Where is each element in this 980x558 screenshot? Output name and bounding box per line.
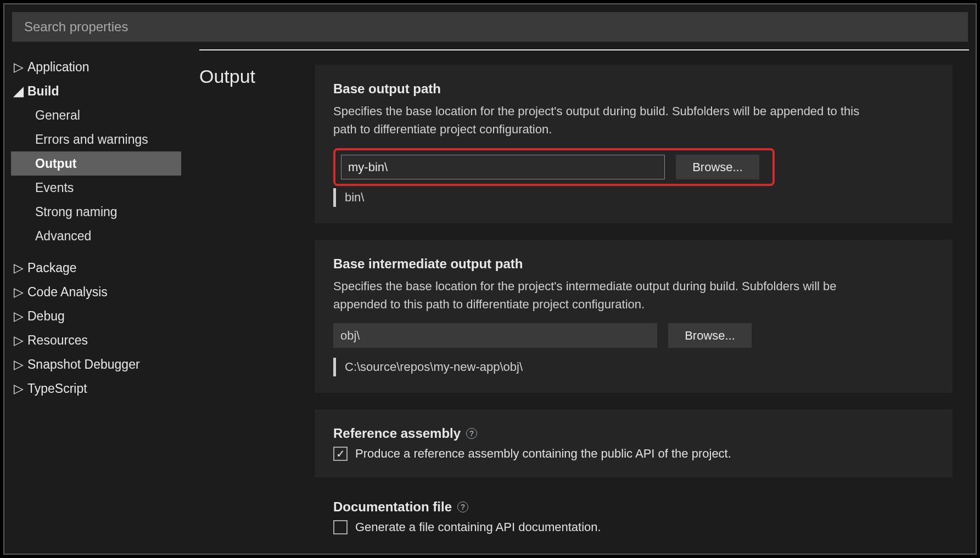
chevron-right-icon: ▷: [13, 60, 24, 75]
main-panel: Output Base output path Specifies the ba…: [199, 49, 969, 554]
checkbox-row: ✓ Produce a reference assembly containin…: [333, 447, 934, 461]
sidebar-item-label: Advanced: [35, 229, 91, 244]
page-title: Output: [199, 66, 315, 87]
sidebar-item-strong-naming[interactable]: Strong naming: [4, 200, 199, 224]
reference-assembly-checkbox[interactable]: ✓: [333, 447, 348, 461]
chevron-down-icon: ◢: [13, 84, 24, 99]
default-bar-icon: [333, 358, 336, 376]
sidebar-item-advanced[interactable]: Advanced: [4, 224, 199, 248]
sidebar-item-label: Snapshot Debugger: [27, 357, 140, 372]
help-icon[interactable]: ?: [466, 428, 477, 439]
section-reference-assembly: Reference assembly ? ✓ Produce a referen…: [315, 409, 953, 477]
section-documentation-file: Documentation file ? Generate a file con…: [315, 494, 953, 540]
chevron-right-icon: ▷: [13, 333, 24, 348]
body: ▷ Application ◢ Build General Errors and…: [4, 49, 976, 554]
sidebar-item-label: Build: [27, 84, 59, 99]
default-bar-icon: [333, 188, 336, 207]
section-title-text: Documentation file: [333, 499, 452, 515]
browse-button[interactable]: Browse...: [668, 323, 752, 348]
section-title: Base output path: [333, 81, 934, 97]
chevron-right-icon: ▷: [13, 381, 24, 396]
checkbox-label: Generate a file containing API documenta…: [355, 520, 601, 534]
base-intermediate-output-path-input[interactable]: [333, 323, 657, 348]
sidebar-item-events[interactable]: Events: [4, 176, 199, 200]
sidebar-item-application[interactable]: ▷ Application: [4, 55, 199, 79]
sidebar-item-label: Errors and warnings: [35, 132, 148, 147]
section-description: Specifies the base location for the proj…: [333, 102, 871, 138]
page-title-column: Output: [199, 50, 315, 554]
sidebar-item-general[interactable]: General: [4, 103, 199, 127]
sidebar-item-build[interactable]: ◢ Build: [4, 79, 199, 103]
sidebar-item-label: Application: [27, 60, 89, 75]
sidebar-item-label: Resources: [27, 333, 88, 348]
sidebar-item-label: Events: [35, 181, 74, 195]
sidebar-item-label: General: [35, 108, 80, 123]
sidebar-item-code-analysis[interactable]: ▷ Code Analysis: [4, 280, 199, 304]
content-column: Base output path Specifies the base loca…: [315, 50, 969, 554]
properties-window: Search properties ▷ Application ◢ Build …: [3, 3, 977, 555]
sidebar-item-label: Code Analysis: [27, 285, 108, 300]
section-base-output-path: Base output path Specifies the base loca…: [315, 65, 953, 223]
sidebar-item-label: Package: [27, 261, 77, 275]
sidebar: ▷ Application ◢ Build General Errors and…: [4, 49, 199, 554]
section-title: Documentation file ?: [333, 499, 934, 515]
default-value: bin\: [345, 190, 364, 205]
default-value-row: C:\source\repos\my-new-app\obj\: [333, 358, 934, 376]
section-description: Specifies the base location for the proj…: [333, 277, 871, 313]
sidebar-item-label: Output: [35, 156, 76, 171]
checkbox-row: Generate a file containing API documenta…: [333, 520, 934, 534]
help-icon[interactable]: ?: [457, 501, 468, 512]
search-properties-input[interactable]: Search properties: [12, 12, 968, 42]
base-output-path-input[interactable]: [341, 155, 665, 179]
sidebar-item-snapshot-debugger[interactable]: ▷ Snapshot Debugger: [4, 352, 199, 376]
chevron-right-icon: ▷: [13, 357, 24, 372]
section-title: Reference assembly ?: [333, 426, 934, 441]
sidebar-item-label: Debug: [27, 309, 65, 324]
chevron-right-icon: ▷: [13, 285, 24, 300]
input-row: Browse...: [333, 323, 934, 348]
sidebar-item-label: TypeScript: [27, 381, 87, 396]
section-title-text: Reference assembly: [333, 426, 461, 441]
sidebar-item-typescript[interactable]: ▷ TypeScript: [4, 376, 199, 401]
search-placeholder: Search properties: [24, 19, 128, 35]
default-value: C:\source\repos\my-new-app\obj\: [345, 360, 523, 374]
section-base-intermediate-output-path: Base intermediate output path Specifies …: [315, 240, 953, 393]
default-value-row: bin\: [333, 188, 934, 207]
browse-button[interactable]: Browse...: [676, 155, 759, 179]
highlight-annotation: Browse...: [333, 148, 775, 186]
sidebar-item-label: Strong naming: [35, 205, 117, 219]
sidebar-item-resources[interactable]: ▷ Resources: [4, 328, 199, 352]
sidebar-item-package[interactable]: ▷ Package: [4, 256, 199, 280]
sidebar-item-debug[interactable]: ▷ Debug: [4, 304, 199, 328]
checkbox-label: Produce a reference assembly containing …: [355, 447, 731, 461]
documentation-file-checkbox[interactable]: [333, 520, 348, 534]
sidebar-item-output[interactable]: Output: [11, 151, 181, 176]
sidebar-item-errors-warnings[interactable]: Errors and warnings: [4, 127, 199, 151]
chevron-right-icon: ▷: [13, 261, 24, 275]
chevron-right-icon: ▷: [13, 309, 24, 324]
section-title: Base intermediate output path: [333, 256, 934, 272]
